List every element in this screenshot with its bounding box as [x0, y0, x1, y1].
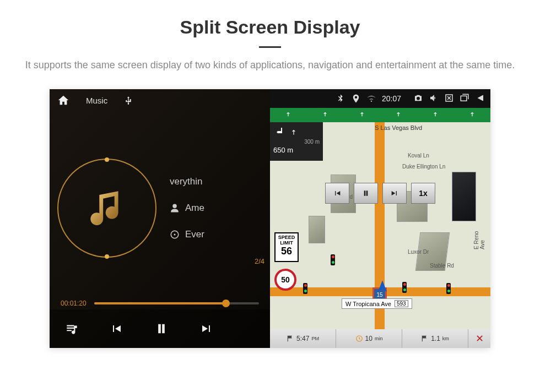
progress-thumb[interactable] [222, 300, 230, 307]
distance-value: 1.1 [431, 335, 440, 342]
track-album: Ever [185, 229, 204, 240]
music-note-icon [88, 186, 126, 230]
map-area[interactable]: 300 m 650 m S Las Vegas Blvd Koval Ln Du… [270, 122, 490, 329]
current-speed: 50 [274, 269, 296, 291]
close-nav-button[interactable]: ✕ [468, 329, 490, 348]
close-app-button[interactable] [444, 93, 454, 105]
music-pane: Music verythin Ame Ever 2/4 [50, 89, 270, 348]
track-album-row: Ever [170, 229, 204, 240]
eta-unit: PM [311, 336, 319, 341]
prev-track-icon[interactable] [110, 322, 123, 335]
remaining-unit: min [375, 336, 383, 341]
progress-fill [94, 302, 226, 304]
back-button[interactable] [475, 93, 485, 105]
lane-arrow-icon [284, 111, 292, 119]
lane-arrow-icon [395, 111, 402, 119]
volume-button[interactable] [429, 93, 439, 105]
split-screen-device: Music verythin Ame Ever 2/4 [50, 89, 490, 348]
overlay-prev-button[interactable] [325, 183, 349, 204]
screenshot-button[interactable] [413, 93, 423, 105]
current-street-sign: W Tropicana Ave 593 [342, 298, 412, 309]
track-info-list: verythin Ame Ever [170, 176, 204, 240]
progress-row: 00:01:20 [50, 300, 270, 307]
album-art-ring [57, 159, 156, 258]
street-duke: Duke Ellington Ln [402, 164, 445, 170]
music-top-bar: Music [50, 89, 270, 111]
bluetooth-icon [336, 94, 345, 104]
speed-limit-sign: SPEED LIMIT 56 [274, 232, 299, 262]
tropicana-name: W Tropicana Ave [345, 301, 391, 307]
status-time: 20:07 [382, 94, 401, 103]
nav-bottom-bar: 5:47 PM 10 min 1.1 km ✕ [270, 329, 490, 348]
tropicana-badge: 593 [395, 300, 408, 307]
track-artist-row: Ame [170, 203, 204, 214]
system-icons [413, 93, 485, 105]
artist-icon [170, 203, 180, 213]
navigation-pane: 20:07 [270, 89, 490, 348]
traffic-light-icon [331, 254, 335, 265]
turn-left-icon [273, 126, 287, 139]
disc-icon [170, 230, 180, 239]
lane-arrow-icon [321, 111, 329, 119]
eta-segment[interactable]: 5:47 PM [270, 329, 336, 348]
track-title: verythin [170, 176, 203, 187]
lane-arrow-icon [358, 111, 366, 119]
primary-distance: 650 m [273, 146, 320, 154]
pause-icon[interactable] [154, 321, 169, 336]
track-artist: Ame [185, 203, 204, 214]
page-description: It supports the same screen display of t… [0, 58, 540, 89]
lane-arrow-icon [468, 111, 476, 119]
progress-bar[interactable] [94, 302, 259, 304]
distance-unit: km [442, 336, 449, 341]
status-bar: 20:07 [270, 89, 490, 108]
elapsed-time: 00:01:20 [61, 300, 87, 307]
traffic-light-icon [402, 282, 407, 293]
vehicle-cursor-icon [375, 279, 390, 297]
music-body: verythin Ame Ever [50, 111, 270, 300]
remaining-segment[interactable]: 10 min [336, 329, 402, 348]
flag-icon [287, 335, 294, 342]
then-straight-icon [290, 128, 298, 136]
lane-arrow-icon [431, 111, 439, 119]
usb-icon[interactable] [124, 95, 133, 106]
street-koval: Koval Ln [408, 153, 429, 159]
traffic-light-icon [303, 283, 307, 294]
track-title-row: verythin [170, 176, 204, 187]
speed-limit-value: 56 [276, 246, 298, 257]
secondary-distance: 300 m [273, 139, 320, 145]
svg-point-1 [174, 234, 176, 236]
street-name-top: S Las Vegas Blvd [375, 124, 422, 131]
music-app-label: Music [86, 96, 107, 105]
building-icon [309, 216, 325, 243]
page-title: Split Screen Display [0, 17, 540, 38]
media-overlay: 1x [325, 183, 435, 204]
clock-icon [355, 335, 363, 342]
home-icon[interactable] [57, 94, 69, 106]
overlay-speed-button[interactable]: 1x [411, 183, 435, 204]
title-divider [259, 46, 281, 48]
wifi-icon [366, 94, 376, 104]
distance-segment[interactable]: 1.1 km [402, 329, 468, 348]
overlay-next-button[interactable] [382, 183, 407, 204]
overlay-pause-button[interactable] [354, 183, 378, 204]
track-index: 2/4 [255, 257, 264, 265]
street-stable: Stable Rd [430, 263, 454, 269]
music-controls-bar [50, 309, 270, 348]
close-icon: ✕ [476, 333, 484, 345]
location-icon [351, 94, 361, 104]
recent-apps-button[interactable] [460, 93, 469, 105]
lane-guidance-bar [270, 108, 490, 122]
building-icon [452, 172, 476, 221]
next-track-icon[interactable] [200, 322, 213, 335]
traffic-light-icon [446, 283, 451, 294]
eta-value: 5:47 [296, 335, 309, 342]
playlist-icon[interactable] [65, 322, 79, 336]
flag-icon [421, 335, 429, 342]
turn-instruction-card: 300 m 650 m [270, 122, 323, 161]
speed-label2: LIMIT [276, 240, 298, 246]
remaining-value: 10 [365, 335, 372, 342]
speed-label1: SPEED [276, 235, 298, 240]
street-luxor: Luxor Dr [408, 249, 429, 255]
street-reno: E Reno Ave [473, 227, 485, 249]
